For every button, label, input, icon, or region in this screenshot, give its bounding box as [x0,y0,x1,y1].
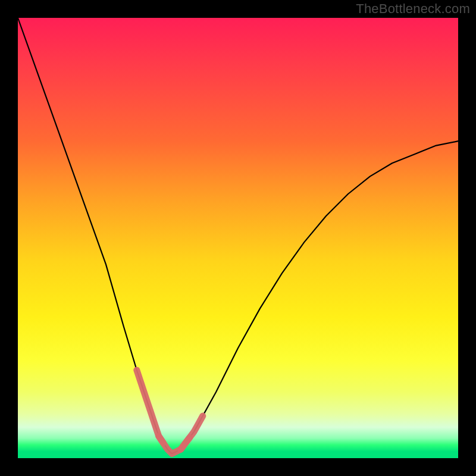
curve-layer [18,18,458,458]
optimal-range-highlight-left [137,370,163,443]
chart-frame: TheBottleneck.com [0,0,476,476]
plot-area [18,18,458,458]
watermark-text: TheBottleneck.com [356,1,470,17]
bottleneck-curve [18,18,458,454]
optimal-range-highlight-right [181,416,203,449]
